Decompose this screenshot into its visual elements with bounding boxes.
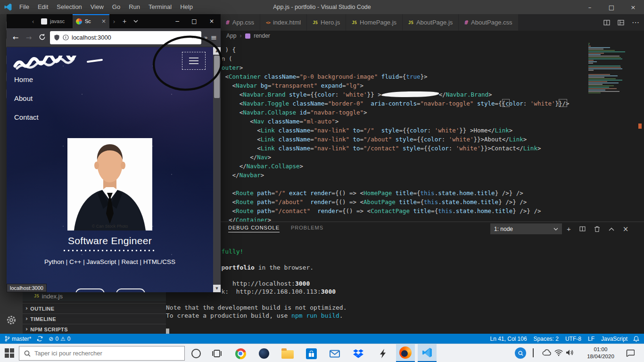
- browser-tab-1[interactable]: javasc: [38, 14, 73, 28]
- menu-go[interactable]: Go: [108, 0, 124, 14]
- sidebar-section-timeline[interactable]: ›TIMELINE: [23, 313, 166, 324]
- scroll-tabs-right-icon[interactable]: ›: [109, 14, 119, 28]
- status-item[interactable]: Spaces: 2: [534, 336, 559, 342]
- tray-search-icon[interactable]: [514, 347, 527, 361]
- dropbox-icon[interactable]: [352, 347, 365, 360]
- tracking-shield-icon[interactable]: [54, 34, 60, 41]
- sidebar-section-outline[interactable]: ›OUTLINE: [23, 303, 166, 313]
- clear-console-trash-icon[interactable]: [594, 226, 600, 232]
- browser-close-button[interactable]: ×: [203, 14, 221, 28]
- status-item[interactable]: UTF-8: [565, 336, 581, 342]
- editor-layout-icon[interactable]: [618, 20, 624, 25]
- page-actions-icon[interactable]: ⋯: [191, 34, 198, 41]
- volume-icon[interactable]: [566, 349, 574, 358]
- onedrive-cloud-icon[interactable]: [542, 349, 552, 358]
- taskbar-clock[interactable]: 01:00 18/04/2020: [581, 346, 620, 360]
- status-item[interactable]: Ln 41, Col 106: [490, 336, 527, 342]
- mail-icon[interactable]: [328, 347, 341, 360]
- vscode-taskbar-icon[interactable]: [418, 344, 437, 362]
- action-center-icon[interactable]: [626, 349, 635, 359]
- scrollbar-thumb[interactable]: [214, 56, 220, 98]
- file-explorer-icon[interactable]: [281, 347, 294, 360]
- start-button[interactable]: [5, 348, 15, 358]
- list-all-tabs-icon[interactable]: [130, 14, 141, 28]
- maximize-button[interactable]: □: [601, 0, 622, 14]
- editor-tab-homepage.js[interactable]: JSHomePage.js: [346, 14, 403, 31]
- menu-help[interactable]: Help: [176, 0, 197, 14]
- add-session-icon[interactable]: +: [567, 225, 571, 233]
- more-actions-icon[interactable]: ⋯: [632, 18, 639, 27]
- wifi-icon[interactable]: [554, 349, 563, 358]
- debug-session-dropdown[interactable]: 1: node: [490, 223, 562, 234]
- minimap-line: [588, 46, 591, 47]
- search-input[interactable]: [34, 350, 180, 357]
- browser-maximize-button[interactable]: □: [186, 14, 203, 28]
- scroll-tabs-left-icon[interactable]: ‹: [28, 14, 38, 28]
- page-button-1[interactable]: [75, 288, 105, 292]
- url-input[interactable]: [72, 34, 189, 41]
- breadcrumb-item-render[interactable]: render: [254, 33, 270, 39]
- tab-close-icon[interactable]: ×: [101, 18, 106, 25]
- minimap[interactable]: [586, 41, 629, 222]
- breadcrumb-item-app[interactable]: App: [226, 33, 236, 39]
- close-button[interactable]: ×: [622, 0, 644, 14]
- split-panel-icon[interactable]: [579, 226, 586, 231]
- status-item[interactable]: JavaScript: [601, 336, 627, 342]
- new-tab-button[interactable]: +: [119, 14, 130, 28]
- chrome-icon[interactable]: [234, 347, 247, 360]
- tray-chevron-up-icon[interactable]: [533, 349, 534, 358]
- sidebar-section-npm-scripts[interactable]: ›NPM SCRIPTS: [23, 324, 166, 334]
- maximize-panel-chevron-icon[interactable]: [609, 227, 614, 231]
- browser-tab-2[interactable]: Sc×: [73, 14, 109, 28]
- taskbar-search-box[interactable]: [19, 346, 185, 361]
- task-view-button[interactable]: [210, 347, 223, 360]
- editor-tab-aboutpage.js[interactable]: JSAboutPage.js: [403, 14, 459, 31]
- reload-button[interactable]: [37, 33, 47, 42]
- menu-selection[interactable]: Selection: [52, 0, 86, 14]
- panel-tab-problems[interactable]: PROBLEMS: [291, 225, 323, 232]
- git-branch-status[interactable]: master*: [5, 336, 31, 342]
- notifications-bell-icon[interactable]: [633, 336, 639, 342]
- taskbar-app-icon-dark[interactable]: [257, 347, 271, 360]
- status-item[interactable]: LF: [588, 336, 594, 342]
- page-button-2[interactable]: [116, 288, 145, 292]
- overflow-menu-icon[interactable]: »: [204, 34, 208, 41]
- site-info-icon[interactable]: [63, 34, 69, 41]
- menu-terminal[interactable]: Terminal: [144, 0, 176, 14]
- menu-edit[interactable]: Edit: [33, 0, 52, 14]
- menu-file[interactable]: File: [15, 0, 33, 14]
- editor-tab-hero.js[interactable]: JSHero.js: [307, 14, 346, 31]
- nav-link-about[interactable]: About: [14, 94, 39, 104]
- browser-scrollbar[interactable]: ▲ ▼: [213, 47, 221, 292]
- browser-minimize-button[interactable]: −: [169, 14, 186, 28]
- url-bar[interactable]: ⋯: [50, 31, 201, 44]
- code-editor[interactable]: ) {n (outer> <Container className="p-0 b…: [166, 41, 586, 222]
- panel-tab-debug-console[interactable]: DEBUG CONSOLE: [228, 225, 280, 232]
- scroll-up-icon[interactable]: ▲: [213, 47, 221, 55]
- sync-icon[interactable]: [37, 336, 43, 342]
- cortana-button[interactable]: [190, 347, 203, 360]
- hamburger-menu-icon[interactable]: ≡: [211, 33, 217, 42]
- tab-label: index.html: [273, 19, 301, 26]
- problems-status[interactable]: ⊘ 0 ⚠ 0: [49, 336, 70, 342]
- sidebar-file-indexjs[interactable]: JS index.js: [23, 291, 166, 301]
- forward-button[interactable]: →: [24, 33, 34, 42]
- editor-tab-aboutpage.css[interactable]: #AboutPage.css: [459, 14, 518, 31]
- menu-run[interactable]: Run: [124, 0, 144, 14]
- close-panel-icon[interactable]: ×: [623, 225, 629, 233]
- nav-link-contact[interactable]: Contact: [14, 113, 39, 123]
- menu-view[interactable]: View: [86, 0, 108, 14]
- editor-tab-index.html[interactable]: <>index.html: [260, 14, 307, 31]
- nav-link-home[interactable]: Home: [14, 75, 39, 85]
- back-button[interactable]: ←: [10, 33, 21, 42]
- firefox-taskbar-icon[interactable]: [396, 344, 415, 362]
- scroll-down-icon[interactable]: ▼: [213, 285, 221, 292]
- split-editor-icon[interactable]: [603, 20, 610, 25]
- microsoft-store-icon[interactable]: [305, 347, 318, 360]
- minimize-button[interactable]: –: [579, 0, 601, 14]
- lightning-app-icon[interactable]: [376, 347, 389, 360]
- editor-tab-app.css[interactable]: #App.css: [220, 14, 260, 31]
- settings-gear-icon[interactable]: [6, 315, 17, 327]
- breadcrumb[interactable]: App › render: [166, 31, 644, 41]
- navbar-toggle-button[interactable]: [182, 52, 206, 70]
